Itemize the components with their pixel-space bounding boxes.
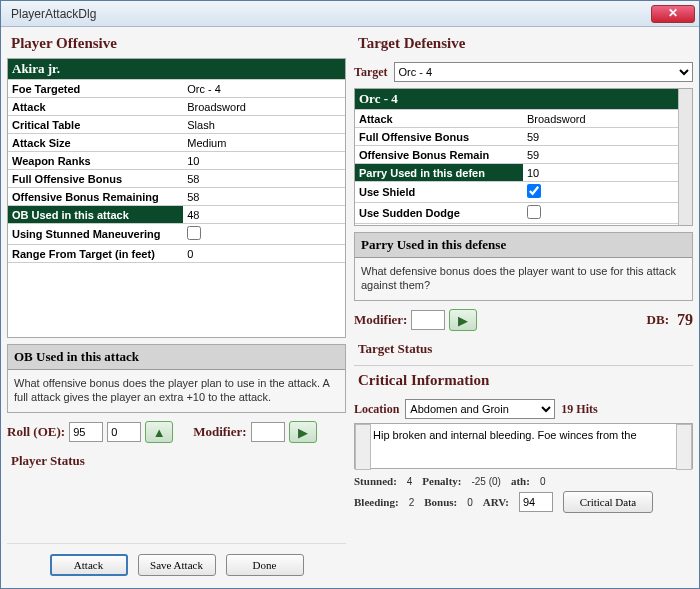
location-select[interactable]: Abdomen and Groin <box>405 399 555 419</box>
target-status-label: Target Status <box>358 341 693 357</box>
grid-checkbox[interactable] <box>527 205 541 219</box>
roll-dice-button[interactable]: ▲ <box>145 421 173 443</box>
offensive-grid[interactable]: Akira jr.Foe TargetedOrc - 4AttackBroads… <box>7 58 346 338</box>
defensive-grid[interactable]: Orc - 4AttackBroadswordFull Offensive Bo… <box>354 88 693 226</box>
save-attack-button[interactable]: Save Attack <box>138 554 216 576</box>
grid-row[interactable]: Attack SizeMedium <box>8 134 345 152</box>
grid-row[interactable]: Full Offensive Bonus59 <box>355 128 678 146</box>
grid-row[interactable]: Range From Target (in feet)0 <box>8 245 345 263</box>
defensive-title: Target Defensive <box>358 35 693 52</box>
grid-checkbox[interactable] <box>187 226 201 240</box>
attack-button[interactable]: Attack <box>50 554 128 576</box>
db-value: 79 <box>677 311 693 329</box>
defensive-help-body: What defensive bonus does the player wan… <box>355 258 692 300</box>
content: Player Offensive Akira jr.Foe TargetedOr… <box>1 27 699 588</box>
grid-row[interactable]: Critical TableSlash <box>8 116 345 134</box>
offensive-modifier-label: Modifier: <box>193 424 246 440</box>
grid-header[interactable]: Orc - 4 <box>355 89 678 110</box>
grid-row[interactable]: Offensive Bonus Remaining58 <box>8 188 345 206</box>
hits-label: 19 Hits <box>561 402 597 417</box>
grid-row[interactable]: Weapon Ranks10 <box>8 152 345 170</box>
grid-row[interactable]: Use Shield <box>355 182 678 203</box>
grid-row[interactable]: OB Used in this attack48 <box>8 206 345 224</box>
roll-row: Roll (OE): ▲ Modifier: ▶ <box>7 421 346 443</box>
done-button[interactable]: Done <box>226 554 304 576</box>
roll-input-2[interactable] <box>107 422 141 442</box>
offensive-modifier-input[interactable] <box>251 422 285 442</box>
grid-row[interactable]: Offensive Bonus Remain59 <box>355 146 678 164</box>
grid-row[interactable]: Using Stunned Maneuvering <box>8 224 345 245</box>
critical-title: Critical Information <box>358 372 693 389</box>
critical-text[interactable]: Hip broken and internal bleeding. Foe wi… <box>354 423 693 469</box>
offensive-help-body: What offensive bonus does the player pla… <box>8 370 345 412</box>
target-select[interactable]: Orc - 4 <box>394 62 693 82</box>
location-label: Location <box>354 402 399 417</box>
offensive-panel: Player Offensive Akira jr.Foe TargetedOr… <box>7 33 346 582</box>
offensive-go-button[interactable]: ▶ <box>289 421 317 443</box>
defensive-modifier-input[interactable] <box>411 310 445 330</box>
defensive-go-button[interactable]: ▶ <box>449 309 477 331</box>
defensive-modifier-label: Modifier: <box>354 312 407 328</box>
defensive-help-title: Parry Used in this defense <box>355 233 692 258</box>
grid-checkbox[interactable] <box>527 184 541 198</box>
critical-data-button[interactable]: Critical Data <box>563 491 653 513</box>
defensive-panel: Target Defensive Target Orc - 4 Orc - 4A… <box>354 33 693 582</box>
button-bar: Attack Save Attack Done <box>7 543 346 582</box>
critical-stats: Stunned:4 Penalty:-25 (0) ath:0 Bleeding… <box>354 475 693 513</box>
window-title: PlayerAttackDlg <box>5 7 651 21</box>
arv-input[interactable] <box>519 492 553 512</box>
roll-label: Roll (OE): <box>7 424 65 440</box>
grid-row[interactable]: Use Sudden Dodge <box>355 203 678 224</box>
grid-row[interactable]: Full Offensive Bonus58 <box>8 170 345 188</box>
grid-row[interactable]: AttackBroadsword <box>8 98 345 116</box>
grid-row[interactable]: Parry Used in this defen10 <box>355 164 678 182</box>
offensive-help-title: OB Used in this attack <box>8 345 345 370</box>
defensive-help: Parry Used in this defense What defensiv… <box>354 232 693 301</box>
offensive-help: OB Used in this attack What offensive bo… <box>7 344 346 413</box>
defensive-modifier-row: Modifier: ▶ DB: 79 <box>354 309 693 331</box>
titlebar[interactable]: PlayerAttackDlg ✕ <box>1 1 699 27</box>
grid-row[interactable]: Foe TargetedOrc - 4 <box>8 80 345 98</box>
close-button[interactable]: ✕ <box>651 5 695 23</box>
player-attack-dialog: PlayerAttackDlg ✕ Player Offensive Akira… <box>0 0 700 589</box>
roll-input-1[interactable] <box>69 422 103 442</box>
grid-row[interactable]: AttackBroadsword <box>355 110 678 128</box>
scrollbar[interactable] <box>678 89 692 225</box>
player-status-label: Player Status <box>11 453 346 469</box>
target-label: Target <box>354 65 388 80</box>
offensive-title: Player Offensive <box>11 35 346 52</box>
grid-header[interactable]: Akira jr. <box>8 59 345 80</box>
db-label: DB: <box>647 312 669 328</box>
